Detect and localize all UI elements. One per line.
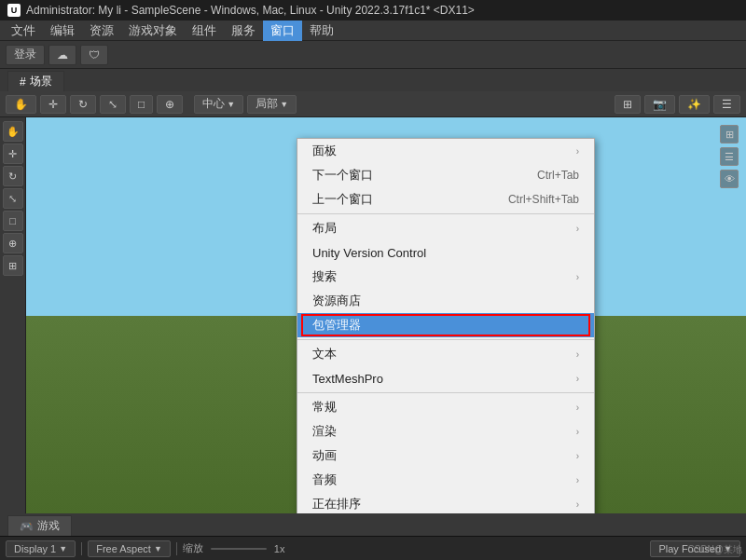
menu-item-prev-window[interactable]: 上一个窗口 Ctrl+Shift+Tab [297, 187, 594, 212]
menu-file[interactable]: 文件 [4, 20, 43, 41]
menu-item-next-window-label: 下一个窗口 [312, 167, 373, 184]
nav-icon[interactable]: ⊞ [720, 125, 739, 143]
local-label: 局部 [256, 96, 278, 112]
scale-tool[interactable]: ⤡ [100, 95, 126, 114]
layers-btn[interactable]: ☰ [713, 95, 740, 114]
login-label: 登录 [14, 47, 36, 62]
transform-tool[interactable]: ⊕ [157, 95, 183, 114]
viewport-gizmos: ⊞ ☰ 👁 [720, 125, 739, 188]
chevron-general: › [576, 403, 579, 413]
menu-item-text[interactable]: 文本 › [297, 342, 594, 366]
transform-icon[interactable]: ⊕ [3, 233, 23, 253]
left-tool-panel: ✋ ✛ ↻ ⤡ □ ⊕ ⊞ [0, 117, 26, 513]
move-tool[interactable]: ✛ [40, 95, 66, 114]
menu-services[interactable]: 服务 [224, 20, 263, 41]
scale-icon[interactable]: ⤡ [3, 188, 23, 209]
hand-icon[interactable]: ✋ [3, 121, 23, 142]
game-tab-label: 游戏 [37, 518, 60, 534]
scene-tab-label: 场景 [30, 74, 52, 89]
menu-item-vcs[interactable]: Unity Version Control [297, 240, 594, 265]
separator-1 [297, 213, 594, 214]
scale-value: 1x [274, 543, 285, 554]
scene-viewport: ⊞ ☰ 👁 面板 › 下一个窗口 Ctrl+Tab 上一个窗口 C [26, 117, 746, 513]
menu-item-panel[interactable]: 面板 › [297, 139, 594, 163]
layers-icon[interactable]: ☰ [720, 147, 739, 166]
menu-help[interactable]: 帮助 [302, 20, 341, 41]
shield-button[interactable]: 🛡 [80, 45, 108, 65]
rotate-tool[interactable]: ↻ [70, 95, 96, 114]
chevron-text: › [576, 349, 579, 360]
menu-assets[interactable]: 资源 [82, 20, 121, 41]
menu-item-audio[interactable]: 音频 › [297, 468, 594, 492]
camera-btn[interactable]: 📷 [644, 95, 675, 114]
center-chevron: ▼ [227, 100, 235, 109]
scene-tab-icon: # [20, 75, 26, 89]
menu-item-general-label: 常规 [312, 399, 337, 416]
menu-component[interactable]: 组件 [185, 20, 224, 41]
local-chevron: ▼ [280, 100, 288, 109]
scene-tabs: # 场景 [0, 69, 746, 91]
fx-btn[interactable]: ✨ [679, 95, 710, 114]
chevron-search: › [576, 272, 579, 282]
cloud-icon: ☁ [57, 48, 68, 61]
divider-2 [176, 542, 177, 555]
display-chevron: ▼ [59, 544, 67, 553]
menu-item-next-window[interactable]: 下一个窗口 Ctrl+Tab [297, 163, 594, 187]
game-tab-icon: 🎮 [20, 520, 34, 533]
aspect-button[interactable]: Free Aspect ▼ [88, 540, 171, 557]
rect-tool[interactable]: □ [130, 95, 153, 114]
menu-item-panel-label: 面板 [312, 143, 337, 159]
menu-item-animation[interactable]: 动画 › [297, 444, 594, 468]
menu-window[interactable]: 窗口 [263, 20, 302, 41]
watermark: CSDN@某地 [688, 543, 743, 556]
menu-item-layout-label: 布局 [312, 220, 337, 237]
menu-item-search[interactable]: 搜索 › [297, 265, 594, 289]
login-button[interactable]: 登录 [6, 45, 45, 65]
menu-item-package-manager[interactable]: 包管理器 [297, 313, 594, 337]
menu-item-sorting[interactable]: 正在排序 › [297, 492, 594, 513]
hand-tool[interactable]: ✋ [6, 95, 36, 114]
divider-1 [81, 542, 82, 555]
menu-item-animation-label: 动画 [312, 447, 337, 464]
center-label: 中心 [202, 96, 225, 112]
chevron-sorting: › [576, 499, 579, 510]
menu-item-render-label: 渲染 [312, 423, 337, 440]
menu-item-render[interactable]: 渲染 › [297, 419, 594, 444]
tab-scene[interactable]: # 场景 [7, 71, 64, 91]
menu-item-vcs-label: Unity Version Control [312, 246, 426, 260]
menu-item-package-manager-label: 包管理器 [312, 317, 361, 334]
display-button[interactable]: Display 1 ▼ [6, 540, 76, 557]
center-toggle[interactable]: 中心 ▼ [194, 95, 243, 114]
menu-item-textmeshpro[interactable]: TextMeshPro › [297, 366, 594, 390]
menu-item-textmeshpro-label: TextMeshPro [312, 372, 383, 386]
gizmo-btn[interactable]: ⊞ [615, 95, 641, 114]
custom-icon[interactable]: ⊞ [3, 255, 23, 276]
local-toggle[interactable]: 局部 ▼ [247, 95, 297, 114]
cloud-button[interactable]: ☁ [48, 45, 76, 65]
shield-icon: 🛡 [89, 48, 100, 61]
rotate-icon[interactable]: ↻ [3, 166, 23, 186]
menu-item-assetstore[interactable]: 资源商店 [297, 289, 594, 313]
menu-edit[interactable]: 编辑 [43, 20, 82, 41]
rect-icon[interactable]: □ [3, 211, 23, 231]
menu-gameobject[interactable]: 游戏对象 [121, 20, 185, 41]
title-text: Administrator: My li - SampleScene - Win… [26, 4, 475, 17]
chevron-layout: › [576, 224, 579, 234]
view-icon[interactable]: 👁 [720, 170, 739, 188]
move-icon[interactable]: ✛ [3, 143, 23, 164]
shortcut-prev: Ctrl+Shift+Tab [508, 193, 579, 206]
display-label: Display 1 [14, 543, 56, 554]
menu-item-audio-label: 音频 [312, 471, 337, 488]
menu-item-assetstore-label: 资源商店 [312, 293, 361, 309]
aspect-label: Free Aspect [96, 543, 151, 554]
menu-item-layout[interactable]: 布局 › [297, 216, 594, 240]
chevron-tmp: › [576, 374, 579, 384]
menu-item-sorting-label: 正在排序 [312, 496, 361, 512]
menu-item-general[interactable]: 常规 › [297, 395, 594, 419]
chevron-icon: › [576, 146, 579, 157]
scale-slider[interactable] [211, 548, 267, 550]
tab-game[interactable]: 🎮 游戏 [7, 515, 72, 536]
window-menu-dropdown: 面板 › 下一个窗口 Ctrl+Tab 上一个窗口 Ctrl+Shift+Tab… [297, 138, 595, 513]
toolbar-row: 登录 ☁ 🛡 [0, 41, 746, 69]
scene-toolbar: ✋ ✛ ↻ ⤡ □ ⊕ 中心 ▼ 局部 ▼ ⊞ 📷 ✨ ☰ [0, 91, 746, 117]
